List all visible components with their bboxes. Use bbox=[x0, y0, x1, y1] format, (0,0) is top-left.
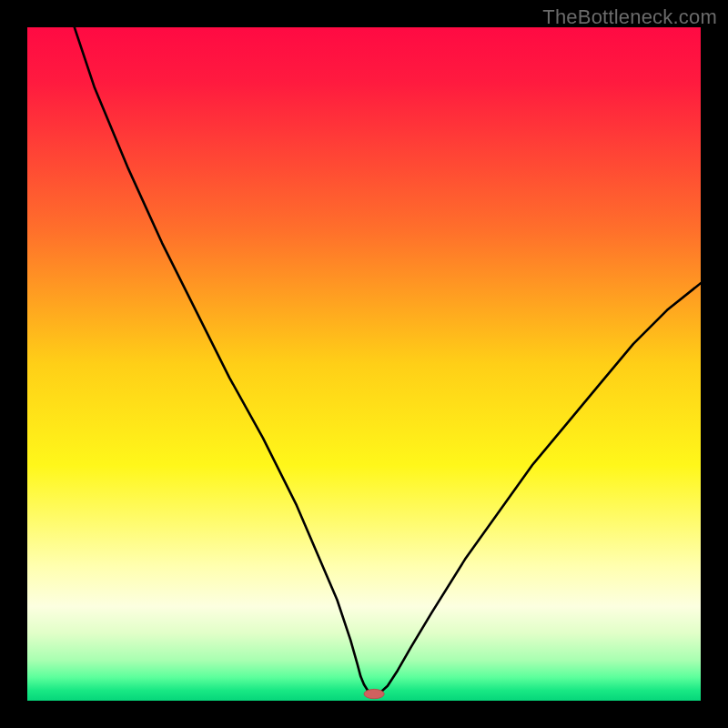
chart-background bbox=[27, 27, 701, 701]
watermark-text: TheBottleneck.com bbox=[542, 5, 717, 29]
bottleneck-chart bbox=[27, 27, 701, 701]
optimal-marker bbox=[364, 689, 384, 698]
chart-frame: TheBottleneck.com bbox=[0, 0, 728, 728]
